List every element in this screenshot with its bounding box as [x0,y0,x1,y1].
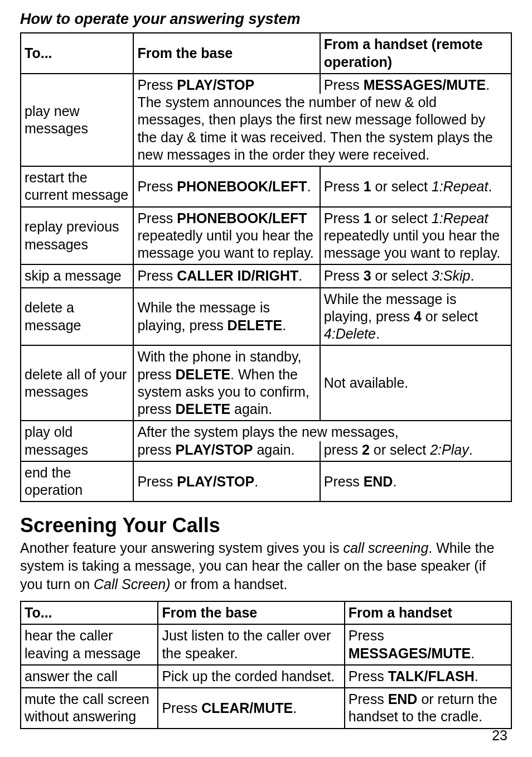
subheading: How to operate your answering system [20,10,512,28]
cell-handset: Press MESSAGES/MUTE. [345,624,511,665]
col-head-to: To... [21,33,133,74]
row-label: skip a message [21,264,133,287]
table-row: end the operation Press PLAY/STOP. Press… [21,461,511,502]
cell-handset: Press 3 or select 3:Skip. [320,264,511,287]
table-row: hear the caller leaving a message Just l… [21,624,511,665]
cell-base: Pick up the corded handset. [158,665,344,688]
cell-base: With the phone in standby, press DELETE.… [133,345,320,421]
cell-body: The system announces the number of new &… [133,94,511,166]
col-head-handset: From a handset [345,601,511,624]
cell-base: Press CALLER ID/RIGHT. [133,264,320,287]
row-label: delete a message [21,288,133,346]
table-row: skip a message Press CALLER ID/RIGHT. Pr… [21,264,511,287]
cell-base: Press PHONEBOOK/LEFT. [133,166,320,207]
col-head-base: From the base [133,33,320,74]
row-label: hear the caller leaving a message [21,624,158,665]
intro-paragraph: Another feature your answering system gi… [20,539,512,594]
cell-top: After the system plays the new messages, [133,421,511,441]
cell-base: Press PHONEBOOK/LEFT repeatedly until yo… [133,207,320,265]
cell-base: Press CLEAR/MUTE. [158,688,344,729]
cell-handset: Press 1 or select 1:Repeat. [320,166,511,207]
cell-handset: Not available. [320,345,511,421]
row-label: answer the call [21,665,158,688]
table-row: To... From the base From a handset [21,601,511,624]
col-head-to: To... [21,601,158,624]
row-label: restart the current message [21,166,133,207]
table-row: play new messages Press PLAY/STOP Press … [21,74,511,94]
row-label: mute the call screen without answering [21,688,158,729]
table-row: To... From the base From a handset (remo… [21,33,511,74]
table-row: delete all of your messages With the pho… [21,345,511,421]
row-label: play old messages [21,421,133,461]
table-row: replay previous messages Press PHONEBOOK… [21,207,511,265]
cell-handset: While the message is playing, press 4 or… [320,288,511,346]
cell-handset: Press 1 or select 1:Repeat repeatedly un… [320,207,511,265]
cell-base: While the message is playing, press DELE… [133,288,320,346]
row-label: end the operation [21,461,133,502]
row-label: replay previous messages [21,207,133,265]
screening-table: To... From the base From a handset hear … [20,601,512,729]
cell-base: press PLAY/STOP again. [133,441,320,461]
table-row: play old messages After the system plays… [21,421,511,441]
row-label: play new messages [21,74,133,166]
cell-base: Press PLAY/STOP [133,74,320,94]
table-row: answer the call Pick up the corded hands… [21,665,511,688]
col-head-handset: From a handset (remote operation) [320,33,511,74]
cell-handset: Press END. [320,461,511,502]
table-row: delete a message While the message is pl… [21,288,511,346]
cell-handset: Press TALK/FLASH. [345,665,511,688]
cell-handset: Press MESSAGES/MUTE. [320,74,511,94]
table-row: restart the current message Press PHONEB… [21,166,511,207]
page-number: 23 [492,727,507,744]
cell-base: Just listen to the caller over the speak… [158,624,344,665]
section-title: Screening Your Calls [20,513,512,537]
table-row: mute the call screen without answering P… [21,688,511,729]
cell-base: Press PLAY/STOP. [133,461,320,502]
cell-handset: press 2 or select 2:Play. [320,441,511,461]
operate-table: To... From the base From a handset (remo… [20,32,512,502]
row-label: delete all of your messages [21,345,133,421]
col-head-base: From the base [158,601,344,624]
cell-handset: Press END or return the handset to the c… [345,688,511,729]
